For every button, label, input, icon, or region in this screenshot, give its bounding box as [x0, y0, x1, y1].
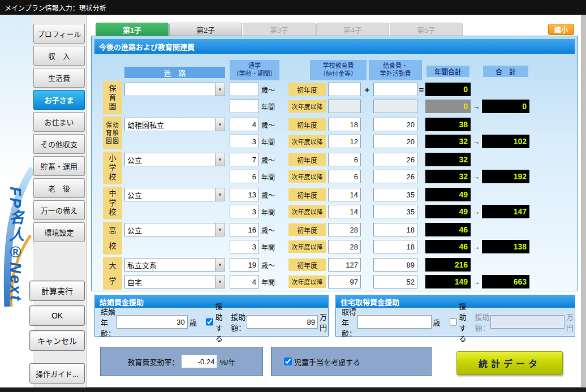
col-commute: 通学 （学齢・期間） [230, 60, 279, 80]
sidebar-item-profile[interactable]: プロフィール [33, 24, 85, 44]
course-select[interactable]: ▼ [124, 83, 225, 96]
first-year-label: 初年度 [288, 118, 326, 131]
years-input[interactable] [230, 240, 259, 253]
marriage-age-input[interactable] [117, 315, 188, 329]
meal-fee-first-year-input[interactable] [373, 258, 417, 272]
sidebar-item-living-cost[interactable]: 生活費 [33, 68, 85, 88]
school-fee-next-years-input[interactable] [328, 135, 361, 148]
chevron-down-icon[interactable]: ▼ [215, 259, 225, 271]
first-year-row: 公立 ▼ 歳～ 初年度 49 [122, 187, 529, 203]
meal-fee-first-year-input[interactable] [373, 153, 417, 166]
annual-total-first-year: 0 [425, 83, 471, 96]
course-value: 公立 [125, 223, 215, 236]
years-input[interactable] [230, 275, 259, 288]
chevron-down-icon[interactable]: ▼ [215, 188, 225, 201]
education-rate-input[interactable] [181, 355, 217, 368]
first-year-label: 初年度 [288, 83, 326, 96]
next-years-row: 年間 次年度以降 32 → 102 [122, 133, 529, 149]
meal-fee-next-years-input[interactable] [373, 170, 417, 183]
sidebar-item-emergency[interactable]: 万一の備え [33, 200, 85, 220]
annual-total-next-years: 32 [425, 135, 471, 148]
chevron-down-icon[interactable]: ▼ [215, 118, 225, 131]
next-years-row: 年間 次年度以降 0 → 0 [122, 98, 529, 114]
years-input[interactable] [230, 170, 259, 183]
school-fee-first-year-input[interactable] [328, 258, 361, 272]
age-input[interactable] [230, 83, 259, 96]
years-input[interactable] [230, 135, 259, 148]
next-years-label: 次年度以降 [288, 100, 326, 113]
meal-fee-first-year-input[interactable] [373, 118, 417, 131]
residence-value: 自宅 [125, 275, 215, 288]
first-year-row: 公立 ▼ 歳～ 初年度 32 [122, 152, 529, 167]
meal-fee-first-year-input[interactable] [373, 83, 417, 96]
annual-total-next-years: 149 [425, 275, 471, 288]
education-panel: 今後の進路および教育関連費 進 路 通学 （学齢・期間） 学校教育費 （納付金等… [91, 36, 578, 291]
marriage-support-checkbox[interactable] [206, 318, 213, 326]
age-input[interactable] [230, 188, 259, 201]
school-fee-first-year-input[interactable] [328, 153, 361, 166]
chevron-down-icon[interactable]: ▼ [215, 223, 225, 236]
chevron-down-icon[interactable]: ▼ [215, 275, 225, 288]
years-input[interactable] [230, 205, 259, 218]
school-fee-next-years-input[interactable] [328, 170, 361, 183]
meal-fee-next-years-input [373, 100, 417, 113]
chevron-down-icon[interactable]: ▼ [215, 83, 225, 96]
years-input[interactable] [230, 100, 259, 113]
sidebar-item-other-balance[interactable]: その他収支 [33, 134, 85, 154]
course-select[interactable]: 幼稚園私立 ▼ [124, 118, 225, 131]
annual-total-next-years: 49 [425, 205, 471, 218]
housing-support-checkbox[interactable] [450, 318, 457, 326]
meal-fee-first-year-input[interactable] [373, 188, 417, 201]
meal-fee-next-years-input[interactable] [373, 240, 417, 253]
marriage-amount-input[interactable] [247, 315, 318, 329]
guide-button[interactable]: 操作ガイド... [29, 363, 85, 384]
tab-child-3: 第3子 [243, 23, 316, 36]
school-fee-first-year-input[interactable] [328, 223, 361, 236]
annual-total-first-year: 32 [425, 153, 471, 166]
age-input[interactable] [230, 153, 259, 166]
school-fee-next-years-input[interactable] [328, 205, 361, 218]
age-input[interactable] [230, 118, 259, 131]
sidebar-item-savings[interactable]: 貯蓄・運用 [33, 156, 85, 176]
school-fee-first-year-input[interactable] [328, 118, 361, 131]
sidebar-item-settings[interactable]: 環境設定 [33, 222, 85, 242]
course-select[interactable]: 公立 ▼ [124, 188, 225, 201]
school-fee-first-year-input[interactable] [328, 83, 361, 96]
meal-fee-next-years-input[interactable] [373, 135, 417, 148]
meal-fee-first-year-input[interactable] [373, 223, 417, 236]
housing-age-input[interactable] [357, 315, 432, 329]
school-fee-next-years-input[interactable] [328, 275, 361, 288]
education-rate-panel: 教育費変動率： %/年 [100, 347, 263, 376]
next-years-label: 次年度以降 [288, 275, 326, 288]
age-input[interactable] [230, 223, 259, 236]
education-header: 今後の進路および教育関連費 [94, 39, 575, 54]
statistics-button[interactable]: 統計データ [456, 351, 563, 375]
meal-fee-next-years-input[interactable] [373, 275, 417, 288]
course-select[interactable]: 私立文系 ▼ [124, 258, 225, 272]
child-allowance-checkbox[interactable] [284, 357, 292, 365]
calculate-button[interactable]: 計算実行 [29, 281, 85, 301]
school-fee-first-year-input[interactable] [328, 188, 361, 201]
course-select[interactable]: 公立 ▼ [124, 153, 225, 166]
shrink-button[interactable]: 縮小 [548, 24, 574, 35]
tab-child-2[interactable]: 第2子 [169, 23, 242, 36]
chevron-down-icon[interactable]: ▼ [215, 153, 225, 166]
marriage-support-header: 結婚資金援助 [95, 295, 328, 308]
school-fee-next-years-input[interactable] [328, 240, 361, 253]
sidebar-item-housing[interactable]: お住まい [33, 112, 85, 132]
ok-button[interactable]: OK [29, 305, 85, 326]
cumulative-total: 138 [482, 240, 529, 253]
sidebar-item-children[interactable]: お子さま [33, 90, 85, 110]
tab-child-1[interactable]: 第1子 [96, 23, 169, 36]
first-year-row: 私立文系 ▼ 歳～ 初年度 216 [122, 257, 529, 273]
column-headers: 進 路 通学 （学齢・期間） 学校教育費 （納付金等） 給食費・ 学外活動費 年… [92, 57, 578, 81]
meal-fee-next-years-input[interactable] [373, 205, 417, 218]
residence-select[interactable]: 自宅 ▼ [124, 275, 225, 288]
course-select[interactable]: 公立 ▼ [124, 223, 225, 236]
sidebar-item-income[interactable]: 収 入 [33, 46, 85, 66]
cancel-button[interactable]: キャンセル [29, 330, 85, 351]
sidebar-item-retirement[interactable]: 老 後 [33, 178, 85, 198]
age-input[interactable] [230, 258, 259, 272]
housing-age-label: 取得年齢： [342, 306, 356, 338]
arrow-icon: → [471, 137, 482, 146]
